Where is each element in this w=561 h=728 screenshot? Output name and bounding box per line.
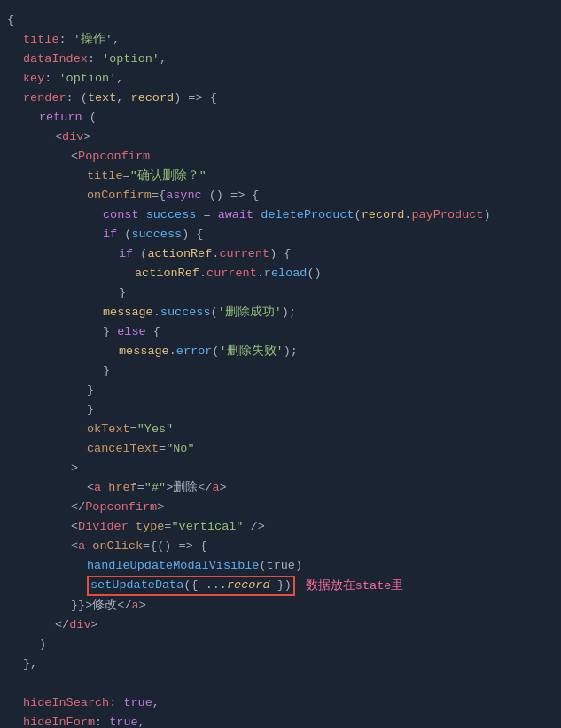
code-line: <Popconfirm <box>0 147 561 167</box>
code-line: } <box>0 361 561 381</box>
token: ) { <box>269 244 291 264</box>
token: success <box>160 303 211 322</box>
token: success <box>131 225 182 244</box>
code-line: setUpdateData({ ...record })数据放在state里 <box>0 576 561 596</box>
code-line: key: 'option', <box>0 69 561 89</box>
token: cancelText <box>87 439 159 459</box>
token: </ <box>71 498 85 517</box>
token: } <box>87 381 94 400</box>
token: '删除失败' <box>219 342 283 361</box>
code-line: { <box>0 11 561 30</box>
code-line <box>0 674 561 693</box>
token: = <box>123 167 130 186</box>
token: ) <box>39 635 46 654</box>
code-line: <a onClick={() => { <box>0 537 561 556</box>
token: ) => { <box>174 89 217 108</box>
token: = <box>164 517 171 537</box>
code-line: actionRef.current.reload() <box>0 264 561 283</box>
token: current <box>206 264 257 283</box>
token: () => { <box>202 186 260 205</box>
token <box>129 517 136 537</box>
token: : <box>95 713 109 728</box>
code-line: </Popconfirm> <box>0 498 561 517</box>
token: type <box>136 517 164 537</box>
token: { <box>7 11 14 30</box>
token: ); <box>282 303 296 322</box>
token: ={ <box>143 537 157 556</box>
code-line: <a href="#">删除</a> <box>0 478 561 498</box>
code-line: return ( <box>0 108 561 128</box>
token: (true) <box>259 556 302 576</box>
token: okText <box>87 420 130 439</box>
token: reload <box>264 264 308 283</box>
token: "确认删除？" <box>130 167 206 186</box>
token: . <box>404 205 411 225</box>
token: ( <box>212 342 219 361</box>
token: else <box>117 322 145 342</box>
token: Popconfirm <box>85 498 157 517</box>
code-line: hideInSearch: true, <box>0 693 561 713</box>
token: /> <box>243 517 264 537</box>
token: "vertical" <box>171 517 243 537</box>
token: , <box>138 713 145 728</box>
token: payProduct <box>411 205 483 225</box>
code-line: message.success('删除成功'); <box>0 303 561 322</box>
token: 'option' <box>59 69 117 89</box>
token: await <box>218 205 254 225</box>
token: true <box>109 713 137 728</box>
token: > <box>91 616 98 635</box>
token: current <box>219 244 269 264</box>
code-line: } <box>0 381 561 400</box>
token: href <box>108 478 136 498</box>
code-line: </div> <box>0 616 561 635</box>
token: = <box>130 420 137 439</box>
token: hideInSearch <box>23 693 109 713</box>
token: }, <box>23 654 37 674</box>
token: record <box>362 205 405 225</box>
token: "Yes" <box>137 420 174 439</box>
token: dataIndex <box>23 50 88 69</box>
token: message <box>103 303 153 322</box>
token: a <box>94 478 101 498</box>
token: async <box>166 186 202 205</box>
token: Popconfirm <box>78 147 150 167</box>
token: a <box>212 478 219 498</box>
token: > <box>157 498 164 517</box>
token: ( <box>81 89 88 108</box>
token: } <box>119 283 126 303</box>
token: if <box>103 225 117 244</box>
code-line: title: '操作', <box>0 30 561 50</box>
token: '删除成功' <box>218 303 282 322</box>
code-line: const success = await deleteProduct(reco… <box>0 205 561 225</box>
token: actionRef <box>147 244 212 264</box>
token: < <box>71 147 78 167</box>
token: . <box>212 244 219 264</box>
annotation: 数据放在state里 <box>306 577 404 596</box>
token: title <box>87 167 123 186</box>
token: key <box>23 69 44 89</box>
token: = <box>159 439 166 459</box>
token: </ <box>117 596 131 616</box>
token: onClick <box>92 537 143 556</box>
token: > <box>139 596 146 616</box>
token: , <box>160 50 167 69</box>
code-line: ) <box>0 635 561 654</box>
token: deleteProduct <box>261 205 354 225</box>
token: : <box>44 69 58 89</box>
token: record <box>131 89 175 108</box>
token: ( <box>355 205 362 225</box>
code-line: } <box>0 400 561 420</box>
token: > <box>71 459 78 478</box>
token: { <box>146 322 160 342</box>
token: </ <box>55 616 69 635</box>
token: = <box>196 205 217 225</box>
token: < <box>71 537 78 556</box>
token: }}> <box>71 596 92 616</box>
token: hideInForm <box>23 713 95 728</box>
token: ( <box>211 303 218 322</box>
token: true <box>123 693 152 713</box>
code-line: dataIndex: 'option', <box>0 50 561 69</box>
token: = <box>137 478 144 498</box>
code-line: handleUpdateModalVisible(true) <box>0 556 561 576</box>
token: ); <box>284 342 298 361</box>
